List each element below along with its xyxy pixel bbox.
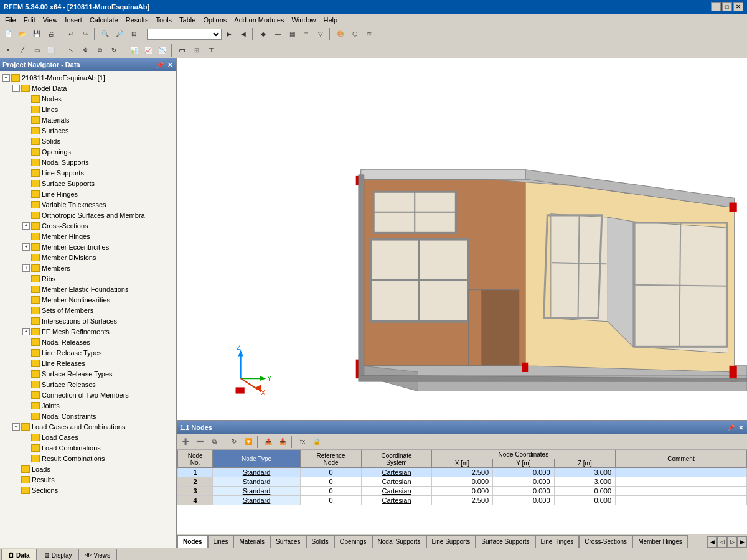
tree-item-member-nonlinearities[interactable]: Member Nonlinearities bbox=[0, 294, 176, 305]
tb-redo[interactable]: ↪ bbox=[78, 27, 92, 41]
tb2-select[interactable]: ↖ bbox=[64, 44, 78, 57]
tb-lines[interactable]: — bbox=[271, 27, 284, 41]
table-tab-cross-sections[interactable]: Cross-Sections bbox=[579, 535, 632, 548]
tbl-tb-delete[interactable]: ➖ bbox=[193, 435, 207, 449]
table-close-icon[interactable]: ✕ bbox=[737, 424, 745, 431]
table-tab-openings[interactable]: Openings bbox=[334, 535, 372, 548]
tbl-tb-import[interactable]: 📥 bbox=[276, 435, 289, 449]
tree-item-nodal-supports[interactable]: Nodal Supports bbox=[0, 157, 176, 167]
menu-addon[interactable]: Add-on Modules bbox=[230, 16, 288, 24]
tree-item-connection-two-members[interactable]: Connection of Two Members bbox=[0, 390, 176, 400]
tree-item-loads[interactable]: Loads bbox=[0, 464, 176, 474]
tree-item-surface-supports[interactable]: Surface Supports bbox=[0, 178, 176, 189]
table-tab-solids[interactable]: Solids bbox=[306, 535, 334, 548]
tree-item-line-supports[interactable]: Line Supports bbox=[0, 167, 176, 178]
tree-item-materials[interactable]: Materials bbox=[0, 114, 176, 125]
menu-window[interactable]: Window bbox=[288, 16, 319, 24]
table-tab-lines[interactable]: Lines bbox=[208, 535, 234, 548]
tb2-solid[interactable]: ⬜ bbox=[44, 44, 58, 57]
table-pin-icon[interactable]: 📌 bbox=[726, 424, 736, 431]
tree-item-intersections[interactable]: Intersections of Surfaces bbox=[0, 315, 176, 326]
tb2-results1[interactable]: 📊 bbox=[127, 44, 141, 57]
tb2-node[interactable]: • bbox=[1, 44, 15, 57]
tb2-rotate[interactable]: ↻ bbox=[107, 44, 121, 57]
table-tab-nodes[interactable]: Nodes bbox=[177, 535, 208, 548]
tb-isos[interactable]: ≋ bbox=[362, 27, 376, 41]
tree-item-orthotropic[interactable]: Orthotropic Surfaces and Membra bbox=[0, 210, 176, 220]
tbl-tb-copy[interactable]: ⧉ bbox=[207, 435, 221, 449]
minimize-button[interactable]: _ bbox=[711, 2, 721, 11]
menu-calculate[interactable]: Calculate bbox=[86, 16, 122, 24]
menu-view[interactable]: View bbox=[39, 16, 62, 24]
tbl-tb-formula[interactable]: fx bbox=[296, 435, 309, 449]
tb-zoom-in[interactable]: 🔍 bbox=[98, 27, 112, 41]
tree-item-surface-releases[interactable]: Surface Releases bbox=[0, 379, 176, 390]
menu-table[interactable]: Table bbox=[176, 16, 199, 24]
tab-data[interactable]: 🗒 Data bbox=[1, 549, 37, 560]
table-tab-surfaces[interactable]: Surfaces bbox=[270, 535, 306, 548]
tree-item-member-divisions[interactable]: Member Divisions bbox=[0, 252, 176, 263]
close-button[interactable]: ✕ bbox=[733, 2, 743, 11]
tbl-tb-export[interactable]: 📤 bbox=[261, 435, 275, 449]
tb-undo[interactable]: ↩ bbox=[64, 27, 78, 41]
tb-members[interactable]: ≡ bbox=[299, 27, 313, 41]
tbl-tb-lock[interactable]: 🔒 bbox=[310, 435, 324, 449]
tree-item-load-cases[interactable]: Load Cases bbox=[0, 432, 176, 442]
tb2-top[interactable]: ⊤ bbox=[204, 44, 218, 57]
tab-nav-next[interactable]: ▶ bbox=[737, 536, 747, 548]
tb2-move[interactable]: ✥ bbox=[78, 44, 92, 57]
menu-options[interactable]: Options bbox=[199, 16, 230, 24]
maximize-button[interactable]: □ bbox=[722, 2, 732, 11]
tb2-results3[interactable]: 📉 bbox=[156, 44, 169, 57]
tree-item-member-elastic[interactable]: Member Elastic Foundations bbox=[0, 284, 176, 294]
tb2-3d[interactable]: 🗃 bbox=[176, 44, 189, 57]
expand-btn[interactable]: + bbox=[22, 222, 30, 230]
expand-btn[interactable]: − bbox=[2, 74, 10, 82]
tree-item-nodal-releases[interactable]: Nodal Releases bbox=[0, 337, 176, 347]
tree-item-nodes[interactable]: Nodes bbox=[0, 93, 176, 104]
tree-item-fe-mesh[interactable]: +FE Mesh Refinements bbox=[0, 326, 176, 337]
tree-item-surfaces[interactable]: Surfaces bbox=[0, 125, 176, 136]
expand-btn[interactable]: − bbox=[12, 423, 20, 431]
tab-display[interactable]: 🖥 Display bbox=[37, 549, 79, 560]
table-row[interactable]: 4 Standard 0 Cartesian 2.500 0.000 0.000 bbox=[178, 496, 747, 505]
tab-nav-prev2[interactable]: ◁ bbox=[717, 536, 727, 548]
tb2-copy[interactable]: ⧉ bbox=[93, 44, 106, 57]
tree-item-nodal-constraints[interactable]: Nodal Constraints bbox=[0, 411, 176, 421]
tb2-line[interactable]: ╱ bbox=[16, 44, 29, 57]
tree-item-line-releases[interactable]: Line Releases bbox=[0, 358, 176, 368]
tree-item-line-hinges[interactable]: Line Hinges bbox=[0, 189, 176, 199]
tb-surfaces[interactable]: ▦ bbox=[285, 27, 299, 41]
tree-item-project[interactable]: −210811-MuroEsquinaAb [1] bbox=[0, 72, 176, 83]
table-tab-line-hinges[interactable]: Line Hinges bbox=[535, 535, 580, 548]
tree-item-results[interactable]: Results bbox=[0, 474, 176, 485]
table-wrapper[interactable]: NodeNo. Node Type ReferenceNode Coordina… bbox=[177, 450, 747, 534]
tbl-tb-refresh[interactable]: ↻ bbox=[227, 435, 241, 449]
menu-edit[interactable]: Edit bbox=[20, 16, 39, 24]
table-row[interactable]: 3 Standard 0 Cartesian 0.000 0.000 0.000 bbox=[178, 487, 747, 496]
tree-item-solids[interactable]: Solids bbox=[0, 136, 176, 146]
tree-item-variable-thicknesses[interactable]: Variable Thicknesses bbox=[0, 199, 176, 210]
tb-supports[interactable]: ▽ bbox=[314, 27, 327, 41]
tb-print[interactable]: 🖨 bbox=[44, 27, 58, 41]
tree-item-line-release-types[interactable]: Line Release Types bbox=[0, 347, 176, 358]
tree-item-load-cases-combos[interactable]: −Load Cases and Combinations bbox=[0, 421, 176, 432]
table-tab-nodal-supports[interactable]: Nodal Supports bbox=[372, 535, 426, 548]
menu-insert[interactable]: Insert bbox=[61, 16, 86, 24]
tbl-tb-add[interactable]: ➕ bbox=[179, 435, 192, 449]
tree-item-ribs[interactable]: Ribs bbox=[0, 273, 176, 284]
tree-item-model-data[interactable]: −Model Data bbox=[0, 83, 176, 93]
tree-item-sets-of-members[interactable]: Sets of Members bbox=[0, 305, 176, 315]
menu-help[interactable]: Help bbox=[320, 16, 342, 24]
expand-btn[interactable]: − bbox=[12, 85, 20, 92]
tb-open[interactable]: 📂 bbox=[16, 27, 29, 41]
tb-nodes[interactable]: ◆ bbox=[256, 27, 270, 41]
tbl-tb-filter[interactable]: 🔽 bbox=[242, 435, 255, 449]
tb2-results2[interactable]: 📈 bbox=[141, 44, 155, 57]
panel-pin-icon[interactable]: 📌 bbox=[155, 62, 165, 68]
table-tab-materials[interactable]: Materials bbox=[233, 535, 270, 548]
tb-save[interactable]: 💾 bbox=[30, 27, 44, 41]
viewport[interactable]: Z Y X bbox=[177, 58, 747, 420]
table-tab-line-supports[interactable]: Line Supports bbox=[426, 535, 476, 548]
tree-container[interactable]: −210811-MuroEsquinaAb [1]−Model DataNode… bbox=[0, 71, 176, 548]
